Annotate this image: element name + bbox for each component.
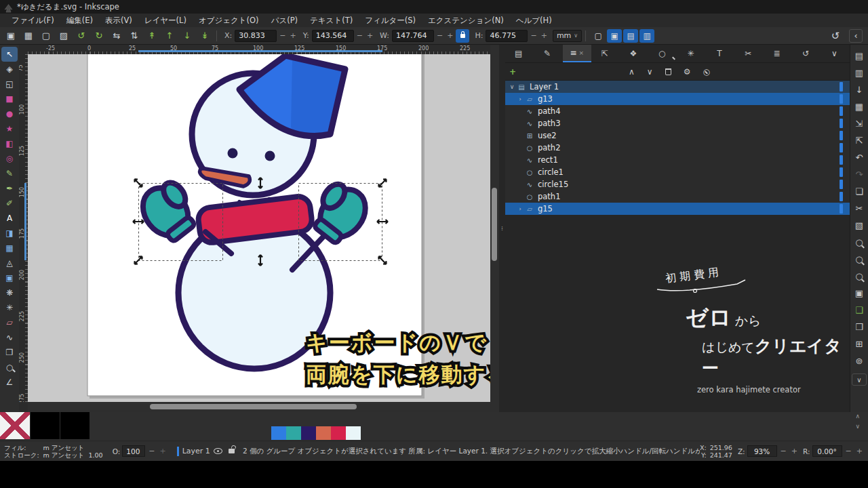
raise-icon[interactable]: ↑ [161,29,178,43]
duplicate-icon[interactable]: ⊞ [852,336,867,352]
menu-item[interactable]: 表示(V) [99,14,138,27]
object-row-rect1[interactable]: ∿ rect1 [505,154,850,166]
tab-text-font[interactable]: T [706,45,734,62]
undo-icon[interactable]: ↶ [852,149,867,166]
shape-builder-tool[interactable]: ◱ [1,77,18,92]
opacity-plus-button[interactable]: + [158,447,167,455]
move-gradients-toggle[interactable]: ▤ [623,29,638,43]
calligraphy-tool[interactable]: ✐ [1,196,18,211]
h-plus-button[interactable]: + [540,31,549,40]
measure-tool[interactable]: ∠ [1,375,18,390]
palette-scroll-up-icon[interactable]: ∧ [855,413,860,420]
lock-ratio-toggle[interactable] [456,29,469,43]
object-row-path3[interactable]: ∿ path3 [505,117,850,129]
flip-horizontal-icon[interactable]: ⇆ [108,29,125,43]
mesh-gradient-tool[interactable]: ▦ [1,241,18,256]
dropper-tool[interactable]: ◬ [1,256,18,270]
expander-icon[interactable]: › [516,96,524,102]
deselect-icon[interactable]: ▢ [38,29,54,43]
units-dropdown[interactable]: mm ∨ [553,30,582,42]
commands-more-chevron[interactable]: ∨ [852,373,867,386]
paste-icon[interactable]: ▧ [852,217,867,234]
menu-item[interactable]: オブジェクト(O) [193,14,265,27]
settings-gear-icon[interactable]: ⚙ [684,67,691,77]
h-minus-button[interactable]: − [529,31,538,40]
zoom-plus-button[interactable]: + [790,447,799,455]
import-icon[interactable]: ⇲ [852,115,867,132]
opacity-field[interactable]: 100 [122,445,145,457]
h-field[interactable]: 46.775 [486,30,528,42]
w-field[interactable]: 147.764 [392,30,434,42]
selection-indicator[interactable] [840,143,843,152]
object-row-circle1[interactable]: ○ circle1 [505,166,850,178]
new-document-icon[interactable]: ▤ [852,47,867,64]
swatch-crimson[interactable] [331,426,346,440]
canvas[interactable]: キーボードのＶで 両腕を下に移動する [28,54,490,402]
object-row-path1[interactable]: ○ path1 [505,190,850,203]
spray-tool[interactable]: ✳ [1,300,18,315]
vertical-ruler[interactable]: 75100125150175200225250275 [19,54,28,402]
scale-corners-toggle[interactable]: ▣ [607,29,622,43]
menu-item[interactable]: テキスト(T) [304,14,359,27]
delete-object-button[interactable] [665,68,671,75]
tab-document-properties[interactable]: ▤ [505,45,534,62]
paint-bucket-tool[interactable]: ▣ [1,270,18,285]
lower-to-bottom-icon[interactable]: ↡ [197,29,213,43]
move-down-button[interactable]: ∨ [647,67,653,77]
tab-fill-stroke[interactable]: ✎ [534,45,562,62]
tab-objects[interactable]: ≡× [563,45,591,62]
selection-indicator[interactable] [840,94,843,104]
select-all-icon[interactable]: ▣ [3,29,19,43]
menu-item[interactable]: フィルター(S) [359,14,422,27]
connector-tool[interactable]: ∿ [1,330,18,345]
zoom-center-page-icon[interactable]: ▣ [852,285,867,302]
pencil-tool[interactable]: ✎ [1,166,18,181]
save-document-icon[interactable]: ↓ [852,81,867,98]
horizontal-scrollbar-thumb[interactable] [150,404,357,409]
current-layer-indicator[interactable]: Layer 1 [177,447,235,456]
zoom-selection-icon[interactable]: ○ [852,234,867,251]
horizontal-scrollbar[interactable] [28,402,490,412]
flip-vertical-icon[interactable]: ⇅ [126,29,142,43]
selection-indicator[interactable] [840,192,843,201]
expander-icon[interactable]: › [516,205,524,212]
cut-icon[interactable]: ✂ [852,200,867,217]
close-icon[interactable]: × [579,49,585,56]
object-row-g13[interactable]: › ▱ g13 [505,93,850,105]
fill-stroke-indicator[interactable]: フィル: m アンセット ストローク: m アンセット 1.00 [4,444,103,459]
eraser-tool[interactable]: ▱ [1,315,18,330]
tab-clip-mask[interactable]: ✂ [735,45,764,62]
zoom-page-icon[interactable]: ○ [852,268,867,285]
swatch-blue[interactable] [271,426,286,440]
rotate-cw-icon[interactable]: ↻ [91,29,107,43]
rotate-ccw-icon[interactable]: ↺ [73,29,90,43]
export-icon[interactable]: ⇱ [852,132,867,149]
tab-history[interactable]: ↺ [792,45,821,62]
x-minus-button[interactable]: − [278,31,287,40]
tweak-tool[interactable]: ❋ [1,285,18,300]
y-field[interactable]: 143.564 [312,30,354,42]
no-color-swatch[interactable] [0,412,30,439]
object-row-use2[interactable]: ⊞ use2 [505,129,850,142]
menu-item[interactable]: ファイル(F) [5,14,60,27]
ellipse-tool[interactable]: ● [1,106,18,121]
tab-export[interactable]: ⇱ [591,45,620,62]
x-plus-button[interactable]: + [288,31,297,40]
rotation-field[interactable]: 0.00° [812,445,842,457]
selection-indicator[interactable] [840,180,843,189]
vertical-scrollbar[interactable] [490,54,499,402]
node-editor-tool[interactable]: ◈ [1,62,18,77]
selection-indicator[interactable] [840,82,843,92]
text-tool[interactable]: A [1,211,18,226]
vertical-scrollbar-thumb[interactable] [492,188,497,261]
menu-item[interactable]: レイヤー(L) [138,14,193,27]
layer-lock-icon[interactable] [229,449,235,453]
y-minus-button[interactable]: − [355,31,364,40]
open-document-icon[interactable]: ▥ [852,64,867,81]
swatch-salmon[interactable] [316,426,331,440]
zoom-drawing-icon[interactable]: ○ [852,251,867,268]
selection-indicator[interactable] [840,167,843,177]
copy-icon[interactable]: ❏ [852,183,867,200]
tab-more-chevron[interactable]: ∨ [821,45,850,62]
selection-indicator[interactable] [840,106,843,116]
